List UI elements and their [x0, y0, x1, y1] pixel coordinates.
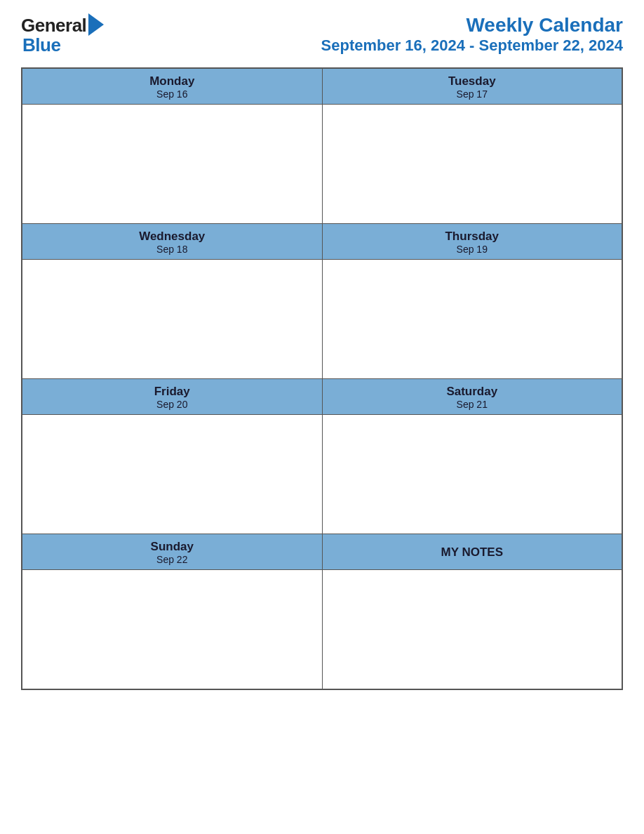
row-wed-thu-content — [22, 260, 622, 379]
notes-label: MY NOTES — [327, 545, 618, 560]
logo-blue-text: Blue — [22, 36, 60, 54]
wednesday-name: Wednesday — [27, 230, 318, 244]
wednesday-header: Wednesday Sep 18 — [22, 224, 323, 260]
friday-date: Sep 20 — [27, 399, 318, 410]
saturday-header: Saturday Sep 21 — [322, 379, 622, 415]
tuesday-header: Tuesday Sep 17 — [322, 69, 622, 105]
page-header: General Blue Weekly Calendar September 1… — [21, 14, 623, 55]
saturday-date: Sep 21 — [327, 399, 618, 410]
friday-name: Friday — [27, 385, 318, 399]
saturday-cell[interactable] — [322, 415, 622, 534]
row-mon-tue-content — [22, 105, 622, 224]
page-wrapper: General Blue Weekly Calendar September 1… — [21, 14, 623, 690]
notes-header: MY NOTES — [322, 534, 622, 570]
row-fri-sat-header: Friday Sep 20 Saturday Sep 21 — [22, 379, 622, 415]
sunday-name: Sunday — [27, 540, 318, 554]
thursday-header: Thursday Sep 19 — [322, 224, 622, 260]
row-fri-sat-content — [22, 415, 622, 534]
tuesday-cell[interactable] — [322, 105, 622, 224]
tuesday-name: Tuesday — [327, 74, 618, 88]
thursday-date: Sep 19 — [327, 244, 618, 255]
row-mon-tue-header: Monday Sep 16 Tuesday Sep 17 — [22, 69, 622, 105]
monday-name: Monday — [27, 74, 318, 88]
thursday-name: Thursday — [327, 230, 618, 244]
row-sun-notes-content — [22, 570, 622, 689]
logo-top: General — [21, 15, 104, 36]
thursday-cell[interactable] — [322, 260, 622, 379]
monday-date: Sep 16 — [27, 88, 318, 100]
sunday-cell[interactable] — [22, 570, 323, 689]
sunday-header: Sunday Sep 22 — [22, 534, 323, 570]
title-block: Weekly Calendar September 16, 2024 - Sep… — [321, 14, 623, 55]
saturday-name: Saturday — [327, 385, 618, 399]
wednesday-date: Sep 18 — [27, 244, 318, 255]
logo: General Blue — [21, 15, 104, 54]
friday-header: Friday Sep 20 — [22, 379, 323, 415]
calendar-grid: Monday Sep 16 Tuesday Sep 17 Wednesday S… — [21, 67, 623, 690]
wednesday-cell[interactable] — [22, 260, 323, 379]
friday-cell[interactable] — [22, 415, 323, 534]
row-wed-thu-header: Wednesday Sep 18 Thursday Sep 19 — [22, 224, 622, 260]
row-sun-notes-header: Sunday Sep 22 MY NOTES — [22, 534, 622, 570]
logo-arrow-icon — [88, 13, 104, 36]
sunday-date: Sep 22 — [27, 554, 318, 565]
monday-header: Monday Sep 16 — [22, 69, 323, 105]
notes-cell[interactable] — [322, 570, 622, 689]
monday-cell[interactable] — [22, 105, 323, 224]
calendar-subtitle: September 16, 2024 - September 22, 2024 — [321, 37, 623, 55]
calendar-title: Weekly Calendar — [321, 14, 623, 37]
logo-general-text: General — [21, 16, 86, 34]
tuesday-date: Sep 17 — [327, 88, 618, 100]
